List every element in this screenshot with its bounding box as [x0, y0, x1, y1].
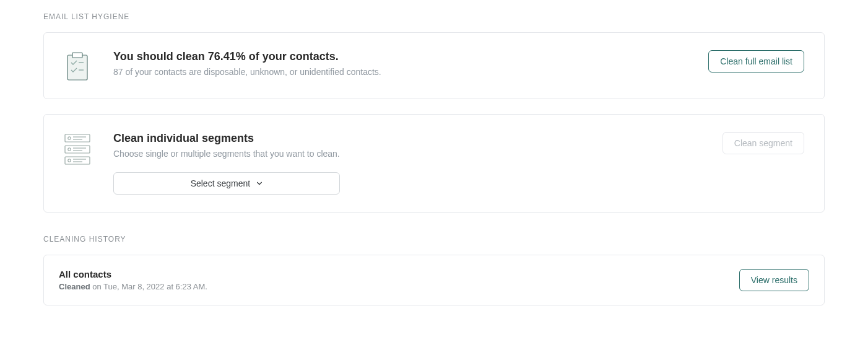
history-item-meta: Cleaned on Tue, Mar 8, 2022 at 6:23 AM.	[59, 282, 207, 291]
card-left: Clean individual segments Choose single …	[64, 132, 340, 195]
svg-rect-8	[65, 146, 90, 153]
history-item: All contacts Cleaned on Tue, Mar 8, 2022…	[43, 255, 825, 305]
view-results-button[interactable]: View results	[739, 269, 809, 291]
card-clean-full-list: You should clean 76.41% of your contacts…	[43, 32, 825, 99]
svg-rect-1	[72, 53, 82, 58]
clipboard-icon	[64, 50, 91, 81]
chevron-down-icon	[256, 180, 263, 187]
clean-full-email-list-button[interactable]: Clean full email list	[708, 50, 804, 72]
history-item-timestamp: on Tue, Mar 8, 2022 at 6:23 AM.	[90, 282, 207, 291]
select-segment-dropdown[interactable]: Select segment	[113, 172, 340, 195]
history-item-content: All contacts Cleaned on Tue, Mar 8, 2022…	[59, 269, 207, 291]
svg-rect-0	[67, 55, 87, 80]
select-segment-label: Select segment	[191, 178, 251, 188]
card-clean-segments: Clean individual segments Choose single …	[43, 114, 825, 213]
history-item-title: All contacts	[59, 269, 207, 279]
segments-subtitle: Choose single or multiple segments that …	[113, 149, 340, 159]
clean-all-subtitle: 87 of your contacts are disposable, unkn…	[113, 67, 381, 77]
segments-list-icon	[64, 132, 91, 165]
card-content: Clean individual segments Choose single …	[113, 132, 340, 195]
clean-segment-button[interactable]: Clean segment	[723, 132, 804, 154]
clean-all-title: You should clean 76.41% of your contacts…	[113, 50, 381, 63]
card-left: You should clean 76.41% of your contacts…	[64, 50, 381, 81]
segments-title: Clean individual segments	[113, 132, 340, 145]
svg-rect-4	[65, 134, 90, 142]
section-label-history: CLEANING HISTORY	[43, 235, 825, 244]
card-content: You should clean 76.41% of your contacts…	[113, 50, 381, 77]
svg-rect-12	[65, 157, 90, 164]
history-item-status: Cleaned	[59, 282, 90, 291]
section-label-hygiene: EMAIL LIST HYGIENE	[43, 12, 825, 21]
